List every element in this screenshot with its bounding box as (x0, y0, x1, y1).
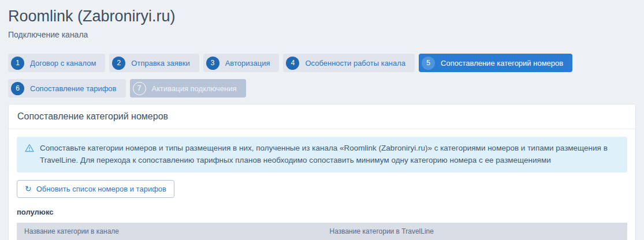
step-label: Активация подключения (152, 84, 237, 93)
step-label: Авторизация (225, 59, 270, 68)
step-number-badge: 3 (206, 57, 219, 70)
step-number-badge: 7 (133, 82, 146, 95)
wizard-step[interactable]: 1 Договор с каналом (8, 54, 105, 72)
step-number-badge: 6 (11, 82, 24, 95)
wizard-steps: 1 Договор с каналом 2 Отправка заявки 3 … (8, 54, 636, 97)
panel-title: Сопоставление категорий номеров (9, 104, 635, 129)
page-subtitle: Подключение канала (8, 30, 636, 39)
panel-body: Сопоставьте категории номеров и типы раз… (9, 129, 635, 240)
wizard-step[interactable]: 5 Сопоставление категорий номеров (419, 54, 572, 72)
wizard-step[interactable]: 3 Авторизация (203, 54, 280, 72)
wizard-step[interactable]: 4 Особенности работы канала (283, 54, 415, 72)
column-header-channel-category: Название категории в канале (17, 223, 322, 240)
wizard-step[interactable]: 2 Отправка заявки (109, 54, 199, 72)
table-header-row: Название категории в канале Название кат… (17, 223, 627, 240)
info-alert: Сопоставьте категории номеров и типы раз… (17, 137, 627, 172)
step-label: Сопоставление категорий номеров (441, 59, 563, 68)
room-group-title: полулюкс (17, 208, 627, 216)
step-label: Сопоставление тарифов (30, 84, 117, 93)
column-header-travelline-category: Название категории в TravelLine (322, 223, 628, 240)
category-mapping-table: Название категории в канале Название кат… (17, 223, 627, 240)
step-label: Договор с каналом (30, 59, 96, 68)
step-number-badge: 4 (286, 57, 299, 70)
step-label: Особенности работы канала (305, 59, 405, 68)
page-title: Roomlink (Zabroniryi.ru) (8, 7, 636, 25)
category-mapping-panel: Сопоставление категорий номеров Сопостав… (8, 104, 636, 240)
channel-connection-page: Roomlink (Zabroniryi.ru) Подключение кан… (0, 0, 644, 240)
step-label: Отправка заявки (131, 59, 189, 68)
refresh-button-label: Обновить список номеров и тарифов (36, 185, 166, 193)
refresh-rooms-rates-button[interactable]: ↻ Обновить список номеров и тарифов (17, 180, 174, 198)
step-number-badge: 2 (112, 57, 125, 70)
refresh-icon: ↻ (25, 185, 32, 193)
wizard-step[interactable]: 6 Сопоставление тарифов (8, 79, 126, 97)
step-number-badge: 5 (422, 57, 435, 70)
alert-text: Сопоставьте категории номеров и типы раз… (40, 142, 619, 167)
step-number-badge: 1 (11, 57, 24, 70)
warning-triangle-icon (25, 144, 34, 156)
wizard-step: 7 Активация подключения (130, 79, 246, 97)
